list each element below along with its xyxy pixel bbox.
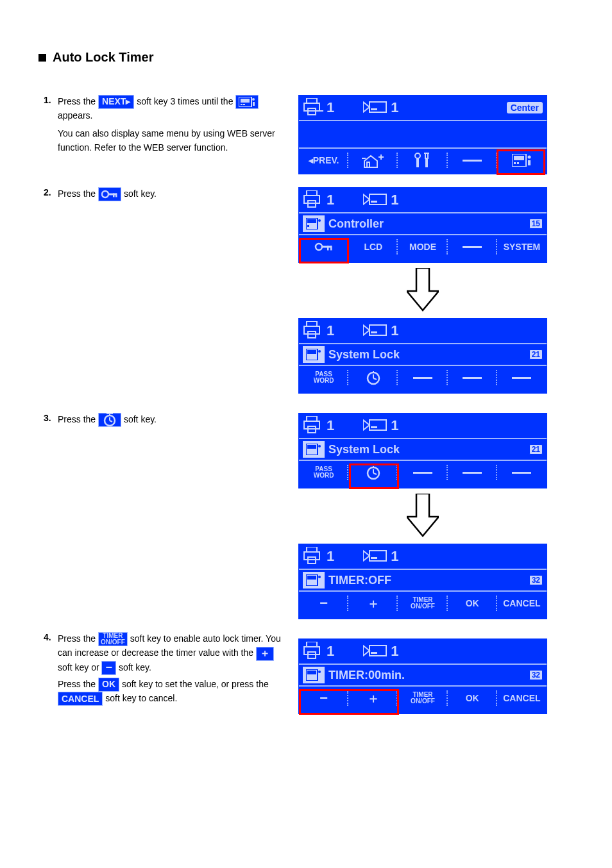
ok-button[interactable]: OK	[448, 687, 497, 710]
svg-rect-68	[307, 642, 317, 647]
n2: 1	[391, 192, 398, 208]
minus-button[interactable]: −	[299, 687, 348, 710]
step-4-g: soft key to cancel.	[105, 693, 177, 703]
key-button[interactable]	[299, 235, 348, 258]
svg-rect-60	[307, 547, 317, 552]
house-icon-button[interactable]	[348, 149, 398, 172]
ok-button[interactable]: OK	[448, 592, 497, 615]
top-1a: 1	[327, 99, 334, 116]
svg-rect-39	[330, 246, 332, 251]
lcd-button[interactable]: LCD	[348, 235, 398, 258]
svg-rect-20	[425, 158, 428, 167]
minus-inline[interactable]: −	[101, 661, 116, 675]
svg-rect-74	[307, 671, 316, 674]
controller-mini-icon	[303, 346, 325, 363]
minus-button[interactable]: −	[299, 592, 348, 615]
step-4-text: Press the TIMER ON/OFF soft key to enabl…	[58, 632, 289, 706]
clock-icon-inline[interactable]	[98, 413, 121, 427]
svg-point-25	[528, 156, 531, 159]
svg-rect-41	[304, 326, 319, 334]
controller-mini-icon	[303, 441, 325, 458]
system-button[interactable]: SYSTEM	[497, 235, 547, 258]
printer-icon	[303, 642, 325, 662]
svg-rect-59	[373, 466, 374, 468]
screen-system-lock-1: 1 1 System Lock 21 PASS WORD	[298, 318, 547, 394]
svg-rect-14	[304, 103, 319, 111]
timer-onoff-button[interactable]: TIMER ON/OFF	[398, 592, 447, 615]
timer-off-title: TIMER:OFF	[328, 574, 391, 587]
cancel-button[interactable]: CANCEL	[497, 592, 547, 615]
svg-point-6	[102, 191, 108, 197]
n2: 1	[391, 643, 398, 660]
n2: 1	[391, 417, 398, 434]
step-3-text: Press the soft key.	[58, 413, 289, 427]
svg-rect-72	[371, 652, 377, 654]
svg-rect-2	[241, 104, 242, 105]
controller-mini-icon	[303, 215, 325, 232]
svg-point-57	[318, 445, 321, 447]
screen-timer-00: 1 1 TIMER:00min. 32 − ＋ TIMER ON/OFF OK …	[298, 638, 547, 714]
controller-icon-inline	[235, 95, 259, 109]
svg-rect-12	[106, 413, 113, 414]
step-4-f: soft key to set the value, or press the	[122, 679, 269, 689]
step-2-b: soft key.	[124, 188, 157, 199]
svg-rect-38	[327, 246, 329, 251]
svg-rect-33	[307, 219, 316, 223]
svg-rect-69	[304, 647, 319, 655]
mode-button[interactable]: MODE	[398, 235, 447, 258]
printer-icon	[303, 547, 325, 567]
step-1-b: soft key 3 times until the	[137, 96, 235, 106]
tools-icon-button[interactable]	[398, 149, 447, 172]
empty-slot	[398, 461, 447, 484]
svg-rect-50	[307, 416, 317, 421]
step-2-num: 2.	[44, 187, 51, 197]
empty-slot	[497, 366, 547, 389]
password-button[interactable]: PASS WORD	[299, 461, 348, 484]
n2: 1	[391, 322, 398, 339]
n1: 1	[327, 643, 334, 660]
svg-rect-22	[514, 156, 524, 160]
svg-rect-24	[517, 162, 519, 164]
clock-button[interactable]	[348, 366, 398, 389]
step-3-num: 3.	[44, 413, 51, 423]
step-1-a: Press the	[58, 96, 98, 106]
svg-rect-27	[307, 190, 317, 196]
svg-rect-23	[514, 162, 516, 164]
svg-rect-13	[307, 98, 317, 103]
clock-button[interactable]	[348, 461, 398, 484]
prev-button[interactable]: ◂PREV.	[299, 149, 348, 172]
empty-slot	[497, 461, 547, 484]
section-title: Auto Lock Timer	[53, 50, 153, 65]
plus-inline[interactable]: ＋	[256, 647, 274, 661]
key-icon-inline[interactable]	[98, 187, 121, 201]
timer-onoff-button[interactable]: TIMER ON/OFF	[398, 687, 447, 710]
cancel-button[interactable]: CANCEL	[497, 687, 547, 710]
svg-rect-46	[307, 350, 316, 354]
svg-point-35	[318, 219, 321, 222]
screen-num-21b: 21	[529, 444, 543, 455]
svg-rect-1	[241, 99, 250, 103]
timer-onoff-inline[interactable]: TIMER ON/OFF	[98, 632, 128, 646]
svg-rect-49	[373, 371, 374, 373]
step-3-b: soft key.	[124, 414, 157, 424]
step-4-d: soft key.	[119, 662, 151, 672]
arrow-down-icon	[407, 494, 439, 532]
svg-rect-63	[370, 551, 386, 561]
controller-title: Controller	[328, 217, 384, 231]
cancel-inline[interactable]: CANCEL	[58, 692, 103, 706]
screen-system-lock-2: 1 1 System Lock 21 PASS WORD	[298, 413, 547, 488]
svg-rect-16	[370, 102, 386, 112]
controller-icon-button[interactable]	[497, 149, 547, 172]
password-button[interactable]: PASS WORD	[299, 366, 348, 389]
step-1-text: Press the NEXT▸ soft key 3 times until t…	[58, 95, 289, 154]
ok-inline[interactable]: OK	[98, 678, 119, 692]
step-1-c: You can also display same menu by using …	[58, 128, 275, 153]
plus-button[interactable]: ＋	[348, 687, 398, 710]
svg-point-4	[252, 98, 255, 101]
screen-num-15: 15	[529, 219, 543, 229]
svg-rect-37	[321, 246, 332, 248]
plus-button[interactable]: ＋	[348, 592, 398, 615]
svg-rect-54	[371, 426, 377, 428]
next-button-inline[interactable]: NEXT▸	[98, 95, 134, 109]
step-3-a: Press the	[58, 414, 98, 424]
